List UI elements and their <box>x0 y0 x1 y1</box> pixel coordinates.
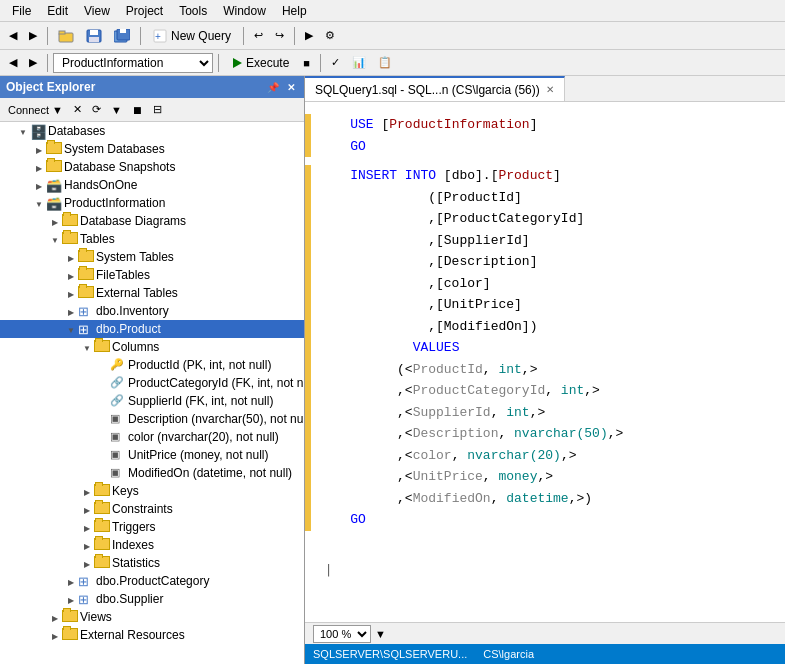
toolbar2-btn2[interactable]: ▶ <box>24 52 42 74</box>
exttbl-expand[interactable] <box>64 288 78 299</box>
constraints-node[interactable]: Constraints <box>0 500 304 518</box>
editor-empty-space[interactable]: | <box>305 531 785 611</box>
open-button[interactable] <box>53 25 79 47</box>
oe-close-button[interactable]: ✕ <box>284 81 298 94</box>
prod-expand[interactable] <box>64 324 78 335</box>
cols-expand[interactable] <box>80 342 94 353</box>
refresh-button[interactable]: ⟳ <box>88 101 105 118</box>
extres-expand[interactable] <box>48 630 62 641</box>
redo-button[interactable]: ↪ <box>270 25 289 47</box>
menu-edit[interactable]: Edit <box>39 2 76 20</box>
toolbar2-results-btn[interactable]: 📊 <box>347 52 371 74</box>
systbl-expand[interactable] <box>64 252 78 263</box>
execute-button[interactable]: Execute <box>224 53 296 73</box>
sup-expand[interactable] <box>64 594 78 605</box>
trig-expand[interactable] <box>80 522 94 533</box>
triggers-node[interactable]: Triggers <box>0 518 304 536</box>
product-node[interactable]: ⊞ dbo.Product <box>0 320 304 338</box>
col-productid-node[interactable]: 🔑 ProductId (PK, int, not null) <box>0 356 304 374</box>
columns-node[interactable]: Columns <box>0 338 304 356</box>
database-dropdown[interactable]: ProductInformation <box>53 53 213 73</box>
desc-icon: ▣ <box>110 412 126 426</box>
extres-label: External Resources <box>80 628 185 642</box>
system-tables-node[interactable]: System Tables <box>0 248 304 266</box>
views-expand[interactable] <box>48 612 62 623</box>
save-all-button[interactable] <box>109 25 135 47</box>
save-button[interactable] <box>81 25 107 47</box>
col-unitprice-node[interactable]: ▣ UnitPrice (money, not null) <box>0 446 304 464</box>
undo-button[interactable]: ↩ <box>249 25 268 47</box>
mo-label: ModifiedOn (datetime, not null) <box>128 466 292 480</box>
databases-node[interactable]: 🗄️ Databases <box>0 122 304 140</box>
forward-button[interactable]: ▶ <box>24 25 42 47</box>
connect-button[interactable]: Connect ▼ <box>4 102 67 118</box>
idx-expand[interactable] <box>80 540 94 551</box>
menu-view[interactable]: View <box>76 2 118 20</box>
views-node[interactable]: Views <box>0 608 304 626</box>
tables-node[interactable]: Tables <box>0 230 304 248</box>
disconnect-button[interactable]: ✕ <box>69 101 86 118</box>
col-modifiedon-node[interactable]: ▣ ModifiedOn (datetime, not null) <box>0 464 304 482</box>
keys-node[interactable]: Keys <box>0 482 304 500</box>
indexes-node[interactable]: Indexes <box>0 536 304 554</box>
filter-button[interactable]: ▼ <box>107 102 126 118</box>
keys-expand[interactable] <box>80 486 94 497</box>
zoom-dropdown-icon[interactable]: ▼ <box>375 628 386 640</box>
pi-expand[interactable] <box>32 198 46 209</box>
constr-expand[interactable] <box>80 504 94 515</box>
editor-tab-1[interactable]: SQLQuery1.sql - SQL...n (CS\lgarcia (56)… <box>305 76 565 101</box>
new-query-button[interactable]: + New Query <box>146 26 238 46</box>
productcat-node[interactable]: ⊞ dbo.ProductCategory <box>0 572 304 590</box>
diag-expand[interactable] <box>48 216 62 227</box>
stop-button[interactable]: ⏹ <box>128 102 147 118</box>
toolbar2-btn1[interactable]: ◀ <box>4 52 22 74</box>
snap-expand[interactable] <box>32 162 46 173</box>
oe-pin-button[interactable]: 📌 <box>264 81 282 94</box>
inv-expand[interactable] <box>64 306 78 317</box>
external-tables-node[interactable]: External Tables <box>0 284 304 302</box>
external-resources-node[interactable]: External Resources <box>0 626 304 644</box>
supplier-node[interactable]: ⊞ dbo.Supplier <box>0 590 304 608</box>
col-desc-node[interactable]: ▣ Description (nvarchar(50), not nu <box>0 410 304 428</box>
exttbl-icon <box>78 286 94 300</box>
zoom-select[interactable]: 100 % <box>313 625 371 643</box>
main-area: Object Explorer 📌 ✕ Connect ▼ ✕ ⟳ ▼ ⏹ ⊟ … <box>0 76 785 664</box>
menu-window[interactable]: Window <box>215 2 274 20</box>
handsonone-node[interactable]: 🗃️ HandsOnOne <box>0 176 304 194</box>
tables-expand[interactable] <box>48 234 62 245</box>
pcat-icon: ⊞ <box>78 574 94 588</box>
pcat-expand[interactable] <box>64 576 78 587</box>
tab-close-button[interactable]: ✕ <box>546 84 554 95</box>
stats-expand[interactable] <box>80 558 94 569</box>
menu-file[interactable]: File <box>4 2 39 20</box>
menu-tools[interactable]: Tools <box>171 2 215 20</box>
toolbar2-display-btn[interactable]: 📋 <box>373 52 397 74</box>
db-snapshots-node[interactable]: Database Snapshots <box>0 158 304 176</box>
filetbl-label: FileTables <box>96 268 150 282</box>
sysdb-expand[interactable] <box>32 144 46 155</box>
productinfo-node[interactable]: 🗃️ ProductInformation <box>0 194 304 212</box>
debug-button[interactable]: ▶ <box>300 25 318 47</box>
filetables-node[interactable]: FileTables <box>0 266 304 284</box>
cancel-button[interactable]: ■ <box>298 52 315 74</box>
filetbl-expand[interactable] <box>64 270 78 281</box>
statistics-node[interactable]: Statistics <box>0 554 304 572</box>
col-supplierid-node[interactable]: 🔗 SupplierId (FK, int, not null) <box>0 392 304 410</box>
svg-text:+: + <box>155 31 161 42</box>
databases-expand[interactable] <box>16 126 30 137</box>
hon-expand[interactable] <box>32 180 46 191</box>
code-line-col3: ,[SupplierId] <box>305 230 785 252</box>
menu-project[interactable]: Project <box>118 2 171 20</box>
back-button[interactable]: ◀ <box>4 25 22 47</box>
db-diagrams-node[interactable]: Database Diagrams <box>0 212 304 230</box>
new-query-icon: + <box>153 29 167 43</box>
col-catid-node[interactable]: 🔗 ProductCategoryId (FK, int, not n <box>0 374 304 392</box>
system-databases-node[interactable]: System Databases <box>0 140 304 158</box>
properties-button[interactable]: ⚙ <box>320 25 340 47</box>
menu-help[interactable]: Help <box>274 2 315 20</box>
parse-button[interactable]: ✓ <box>326 52 345 74</box>
editor-content[interactable]: USE [ProductInformation] GO INSERT INTO … <box>305 102 785 622</box>
collapse-button[interactable]: ⊟ <box>149 101 166 118</box>
inventory-node[interactable]: ⊞ dbo.Inventory <box>0 302 304 320</box>
col-color-node[interactable]: ▣ color (nvarchar(20), not null) <box>0 428 304 446</box>
